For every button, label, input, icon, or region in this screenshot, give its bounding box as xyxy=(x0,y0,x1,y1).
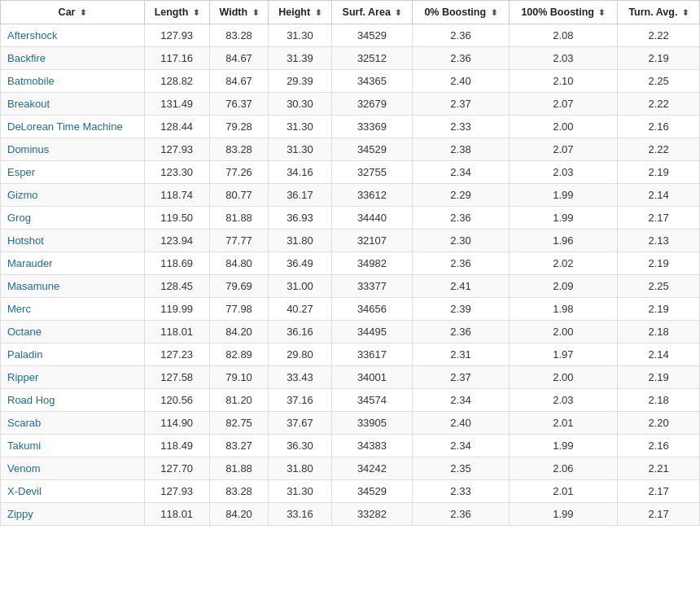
cell-car[interactable]: Breakout xyxy=(1,93,145,116)
cell-car[interactable]: Backfire xyxy=(1,47,145,70)
col-header-length-label: Length xyxy=(155,7,189,18)
cell-car[interactable]: Octane xyxy=(1,321,145,343)
col-header-turn-avg[interactable]: Turn. Avg. ⬍ xyxy=(618,1,700,24)
col-header-width[interactable]: Width ⬍ xyxy=(209,1,268,24)
cell-boost100: 1.97 xyxy=(509,343,618,366)
col-header-boost100[interactable]: 100% Boosting ⬍ xyxy=(509,1,618,24)
cell-length: 127.23 xyxy=(144,343,209,366)
cell-boost0: 2.40 xyxy=(413,412,509,435)
cell-turn_avg: 2.19 xyxy=(618,298,700,321)
cell-car[interactable]: Hotshot xyxy=(1,230,145,252)
cell-height: 31.39 xyxy=(269,47,331,70)
col-header-surf-area[interactable]: Surf. Area ⬍ xyxy=(331,1,413,24)
table-row: Hotshot123.9477.7731.80321072.301.962.13 xyxy=(1,230,700,252)
cell-car[interactable]: Masamune xyxy=(1,275,145,298)
cell-car[interactable]: Venom xyxy=(1,457,145,480)
cell-car[interactable]: X-Devil xyxy=(1,480,145,503)
col-sort-surf-area: ⬍ xyxy=(395,8,401,17)
cell-boost0: 2.36 xyxy=(413,252,509,275)
cell-turn_avg: 2.19 xyxy=(618,161,700,184)
cell-width: 80.77 xyxy=(209,184,268,207)
cell-car[interactable]: Merc xyxy=(1,298,145,321)
cell-boost100: 2.00 xyxy=(509,321,618,343)
cell-width: 77.77 xyxy=(209,230,268,252)
cell-car[interactable]: Marauder xyxy=(1,252,145,275)
cell-car[interactable]: Takumi xyxy=(1,435,145,457)
cell-boost100: 1.99 xyxy=(509,503,618,526)
cell-boost100: 2.06 xyxy=(509,457,618,480)
cell-surf_area: 33617 xyxy=(331,343,413,366)
cell-width: 82.75 xyxy=(209,412,268,435)
cell-surf_area: 32107 xyxy=(331,230,413,252)
cell-height: 31.30 xyxy=(269,480,331,503)
cell-boost100: 1.99 xyxy=(509,435,618,457)
cell-length: 128.45 xyxy=(144,275,209,298)
car-stats-table: Car ⬍ Length ⬍ Width ⬍ Height ⬍ Surf. Ar… xyxy=(0,0,700,526)
cell-surf_area: 33369 xyxy=(331,116,413,138)
cell-length: 128.82 xyxy=(144,70,209,93)
cell-boost0: 2.36 xyxy=(413,24,509,47)
cell-length: 131.49 xyxy=(144,93,209,116)
cell-width: 84.80 xyxy=(209,252,268,275)
cell-car[interactable]: Gizmo xyxy=(1,184,145,207)
cell-width: 76.37 xyxy=(209,93,268,116)
cell-height: 31.80 xyxy=(269,230,331,252)
col-sort-length: ⬍ xyxy=(193,8,199,17)
cell-car[interactable]: Batmobile xyxy=(1,70,145,93)
cell-surf_area: 34656 xyxy=(331,298,413,321)
cell-length: 128.44 xyxy=(144,116,209,138)
col-header-surf-area-label: Surf. Area xyxy=(343,7,391,18)
col-header-length[interactable]: Length ⬍ xyxy=(144,1,209,24)
table-row: DeLorean Time Machine128.4479.2831.30333… xyxy=(1,116,700,138)
cell-length: 127.93 xyxy=(144,24,209,47)
cell-surf_area: 34001 xyxy=(331,366,413,389)
cell-surf_area: 32512 xyxy=(331,47,413,70)
cell-length: 127.58 xyxy=(144,366,209,389)
cell-car[interactable]: Aftershock xyxy=(1,24,145,47)
cell-height: 36.30 xyxy=(269,435,331,457)
cell-turn_avg: 2.25 xyxy=(618,275,700,298)
col-sort-width: ⬍ xyxy=(252,8,259,17)
col-sort-height: ⬍ xyxy=(315,8,322,17)
cell-surf_area: 34529 xyxy=(331,138,413,161)
cell-boost0: 2.38 xyxy=(413,138,509,161)
cell-width: 83.27 xyxy=(209,435,268,457)
cell-turn_avg: 2.20 xyxy=(618,412,700,435)
table-body: Aftershock127.9383.2831.30345292.362.082… xyxy=(1,24,700,526)
cell-car[interactable]: Dominus xyxy=(1,138,145,161)
cell-car[interactable]: Scarab xyxy=(1,412,145,435)
table-row: Venom127.7081.8831.80342422.352.062.21 xyxy=(1,457,700,480)
cell-car[interactable]: Ripper xyxy=(1,366,145,389)
cell-boost0: 2.36 xyxy=(413,207,509,230)
col-header-height[interactable]: Height ⬍ xyxy=(269,1,331,24)
col-header-car[interactable]: Car ⬍ xyxy=(1,1,145,24)
cell-car[interactable]: Esper xyxy=(1,161,145,184)
cell-car[interactable]: Paladin xyxy=(1,343,145,366)
table-row: Marauder118.6984.8036.49349822.362.022.1… xyxy=(1,252,700,275)
col-header-turn-avg-label: Turn. Avg. xyxy=(628,7,677,18)
cell-height: 36.49 xyxy=(269,252,331,275)
cell-boost100: 1.99 xyxy=(509,184,618,207)
cell-height: 31.80 xyxy=(269,457,331,480)
col-header-boost0[interactable]: 0% Boosting ⬍ xyxy=(413,1,509,24)
table-row: Takumi118.4983.2736.30343832.341.992.16 xyxy=(1,435,700,457)
cell-surf_area: 34574 xyxy=(331,389,413,412)
col-header-car-label: Car xyxy=(59,7,76,18)
cell-car[interactable]: Road Hog xyxy=(1,389,145,412)
table-row: Road Hog120.5681.2037.16345742.342.032.1… xyxy=(1,389,700,412)
cell-boost100: 1.96 xyxy=(509,230,618,252)
cell-turn_avg: 2.18 xyxy=(618,321,700,343)
table-row: Backfire117.1684.6731.39325122.362.032.1… xyxy=(1,47,700,70)
cell-width: 83.28 xyxy=(209,138,268,161)
col-header-boost100-label: 100% Boosting xyxy=(521,7,594,18)
col-header-boost0-label: 0% Boosting xyxy=(424,7,486,18)
cell-car[interactable]: DeLorean Time Machine xyxy=(1,116,145,138)
cell-surf_area: 33905 xyxy=(331,412,413,435)
cell-boost0: 2.40 xyxy=(413,70,509,93)
cell-boost100: 1.99 xyxy=(509,207,618,230)
cell-car[interactable]: Grog xyxy=(1,207,145,230)
table-row: Dominus127.9383.2831.30345292.382.072.22 xyxy=(1,138,700,161)
cell-car[interactable]: Zippy xyxy=(1,503,145,526)
cell-height: 36.16 xyxy=(269,321,331,343)
cell-length: 118.74 xyxy=(144,184,209,207)
